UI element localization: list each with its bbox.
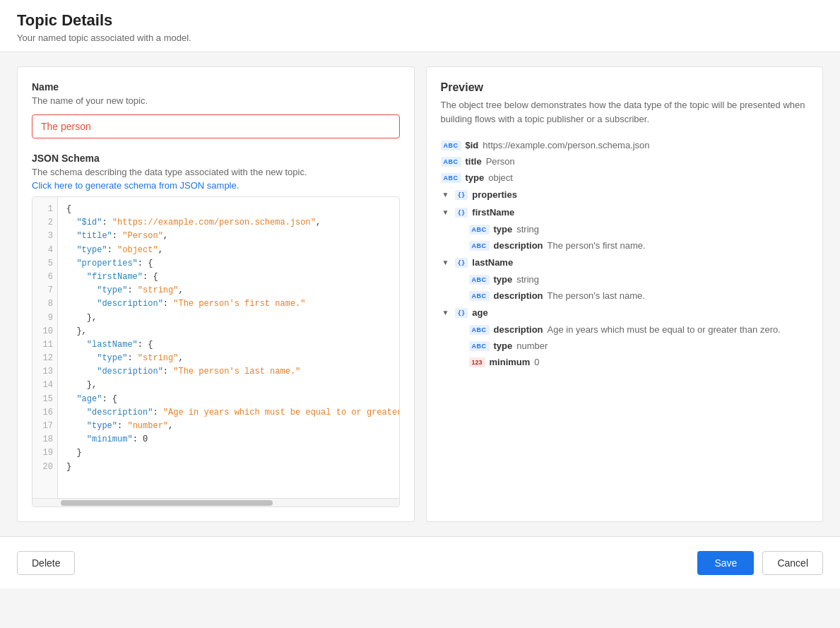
lastname-type-row: ABC type string <box>441 271 809 288</box>
lastname-expand[interactable]: ▼ <box>441 258 451 268</box>
age-min-key: minimum <box>490 357 531 367</box>
lastname-badge: {} <box>455 258 468 268</box>
abc-badge-id: ABC <box>441 141 461 150</box>
abc-badge-fn-desc: ABC <box>469 241 490 251</box>
code-content[interactable]: { "$id": "https://example.com/person.sch… <box>58 197 399 498</box>
abc-badge-ln-type: ABC <box>469 275 490 285</box>
tree-value-type: object <box>488 172 513 183</box>
properties-expand[interactable]: ▼ <box>441 190 451 200</box>
lastname-desc-row: ABC description The person's last name. <box>441 288 809 304</box>
tree-key-title: title <box>466 156 482 167</box>
age-min-value: 0 <box>534 357 539 367</box>
name-desc: The name of your new topic. <box>32 95 400 106</box>
page-subtitle: Your named topic associated with a model… <box>17 32 823 43</box>
abc-badge-fn-type: ABC <box>469 225 490 235</box>
fn-desc-key: description <box>494 240 543 251</box>
fn-type-value: string <box>516 224 539 235</box>
abc-badge-ln-desc: ABC <box>469 291 490 301</box>
tree-row-title: ABC title Person <box>441 153 809 170</box>
firstname-type-row: ABC type string <box>441 221 809 237</box>
ln-type-key: type <box>494 274 513 285</box>
firstname-key: firstName <box>472 207 514 218</box>
preview-title: Preview <box>441 81 809 94</box>
age-expand[interactable]: ▼ <box>441 308 451 318</box>
json-schema-desc: The schema describing the data type asso… <box>32 167 400 177</box>
footer: Delete Save Cancel <box>0 536 840 588</box>
code-area[interactable]: 1234567891011121314151617181920 { "$id":… <box>32 197 399 498</box>
tree-value-id: https://example.com/person.schema.json <box>483 140 649 150</box>
fn-desc-value: The person's first name. <box>548 240 646 251</box>
abc-badge-age-type: ABC <box>469 341 490 351</box>
age-desc-row: ABC description Age in years which must … <box>441 321 809 338</box>
firstname-expand[interactable]: ▼ <box>441 208 451 218</box>
properties-key: properties <box>472 189 517 200</box>
abc-badge-title: ABC <box>441 157 461 167</box>
tree-row-id: ABC $id https://example.com/person.schem… <box>441 137 809 153</box>
lastname-key: lastName <box>472 257 513 268</box>
properties-node[interactable]: ▼ {} properties <box>441 186 809 203</box>
age-type-value: number <box>516 340 548 351</box>
age-min-row: 123 minimum 0 <box>441 354 809 370</box>
page-header: Topic Details Your named topic associate… <box>0 0 840 52</box>
fn-type-key: type <box>494 224 513 235</box>
tree-key-type: type <box>466 172 485 183</box>
code-editor: 1234567891011121314151617181920 { "$id":… <box>32 196 400 507</box>
line-numbers: 1234567891011121314151617181920 <box>32 197 58 498</box>
main-content: Name The name of your new topic. JSON Sc… <box>0 52 840 536</box>
preview-desc: The object tree below demonstrates how t… <box>441 98 809 126</box>
generate-schema-link[interactable]: Click here to generate schema from JSON … <box>32 180 400 191</box>
topic-name-input[interactable] <box>32 114 400 138</box>
json-schema-label: JSON Schema <box>32 153 400 164</box>
age-key: age <box>472 307 487 318</box>
page-title: Topic Details <box>17 11 823 30</box>
abc-badge-type: ABC <box>441 173 461 183</box>
age-type-key: type <box>494 340 513 351</box>
scrollbar-thumb[interactable] <box>61 500 273 506</box>
tree-key-id: $id <box>466 140 479 150</box>
lastname-node[interactable]: ▼ {} lastName <box>441 254 809 271</box>
tree-value-title: Person <box>486 156 515 167</box>
cancel-button[interactable]: Cancel <box>762 551 823 575</box>
abc-badge-age-desc: ABC <box>469 325 490 335</box>
delete-button[interactable]: Delete <box>17 551 75 575</box>
ln-type-value: string <box>516 274 539 285</box>
firstname-badge: {} <box>455 208 468 218</box>
right-panel: Preview The object tree below demonstrat… <box>426 66 824 522</box>
ln-desc-key: description <box>494 290 543 301</box>
age-desc-key: description <box>494 324 543 335</box>
horizontal-scrollbar[interactable] <box>32 498 399 506</box>
firstname-desc-row: ABC description The person's first name. <box>441 237 809 254</box>
age-desc-value: Age in years which must be equal to or g… <box>548 324 781 335</box>
firstname-node[interactable]: ▼ {} firstName <box>441 203 809 221</box>
num-badge-age-min: 123 <box>469 357 485 367</box>
left-panel: Name The name of your new topic. JSON Sc… <box>17 66 415 522</box>
footer-right: Save Cancel <box>697 551 823 575</box>
properties-badge: {} <box>455 190 468 200</box>
tree-row-type: ABC type object <box>441 170 809 186</box>
age-type-row: ABC type number <box>441 338 809 354</box>
ln-desc-value: The person's last name. <box>548 290 645 301</box>
save-button[interactable]: Save <box>697 551 754 575</box>
name-label: Name <box>32 81 400 93</box>
age-node[interactable]: ▼ {} age <box>441 304 809 321</box>
age-badge: {} <box>455 308 468 318</box>
